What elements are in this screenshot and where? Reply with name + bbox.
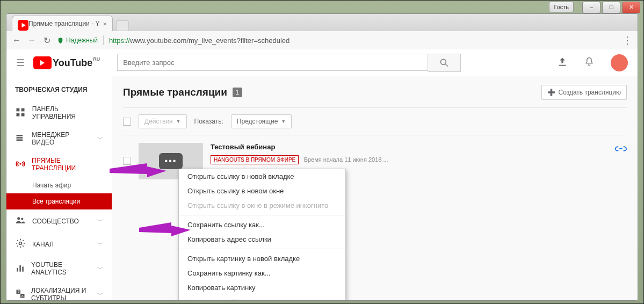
reload-icon[interactable]: ↻ <box>42 35 52 46</box>
browser-menu-icon[interactable]: ⋮ <box>623 34 632 46</box>
tab-close-icon[interactable]: × <box>103 20 107 28</box>
svg-point-13 <box>21 218 23 220</box>
search-button[interactable] <box>428 54 461 72</box>
svg-rect-8 <box>17 135 23 136</box>
sidebar-item-dashboard[interactable]: ПАНЕЛЬ УПРАВЛЕНИЯ <box>6 100 112 126</box>
sidebar-item-channel[interactable]: КАНАЛ ﹀ <box>6 233 112 256</box>
sidebar-item-label: СООБЩЕСТВО <box>32 218 79 225</box>
logo-region: RU <box>93 56 100 62</box>
chevron-down-icon: ﹀ <box>97 240 103 248</box>
svg-rect-4 <box>17 108 20 111</box>
caret-down-icon: ▼ <box>281 119 286 124</box>
svg-text:A: A <box>21 294 24 297</box>
svg-rect-7 <box>21 113 25 116</box>
bell-icon[interactable] <box>584 56 595 70</box>
close-button[interactable]: ✕ <box>622 2 640 13</box>
select-all-checkbox[interactable] <box>123 118 131 126</box>
logo-text: YouTube <box>53 57 92 69</box>
ctx-copy-link-address[interactable]: Копировать адрес ссылки <box>179 232 345 247</box>
upload-icon[interactable] <box>557 56 568 70</box>
link-icon[interactable] <box>615 143 627 157</box>
actions-label: Действия <box>144 118 173 125</box>
browser-window: Прямые трансляции - Y × ← → ↻ Надежный h… <box>6 13 638 301</box>
ctx-open-image-new-tab[interactable]: Открыть картинку в новой вкладке <box>179 251 345 266</box>
broadcast-info: Тестовый вебинар HANGOUTS В ПРЯМОМ ЭФИРЕ… <box>211 143 388 164</box>
main-header: Прямые трансляции 1 ➕ Создать трансляцию <box>123 85 627 100</box>
show-dropdown[interactable]: Предстоящие ▼ <box>231 114 292 128</box>
broadcast-title[interactable]: Тестовый вебинар <box>211 143 388 151</box>
browser-tab[interactable]: Прямые трансляции - Y × <box>12 16 113 31</box>
svg-rect-16 <box>19 265 21 272</box>
sidebar-sub-start[interactable]: Начать эфир <box>6 177 112 193</box>
separator <box>179 215 345 215</box>
ctx-open-incognito: Открыть ссылку в окне в режиме инкогнито <box>179 198 345 213</box>
video-manager-icon <box>15 133 26 145</box>
context-menu: Открыть ссылку в новой вкладке Открыть с… <box>178 169 346 300</box>
ctx-open-new-tab[interactable]: Открыть ссылку в новой вкладке <box>179 169 345 184</box>
svg-text:文: 文 <box>17 289 20 293</box>
svg-point-11 <box>19 163 21 164</box>
sidebar-item-label: YOUTUBE ANALYTICS <box>31 261 92 276</box>
sidebar: ТВОРЧЕСКАЯ СТУДИЯ ПАНЕЛЬ УПРАВЛЕНИЯ МЕНЕ… <box>6 76 112 300</box>
maximize-button[interactable]: □ <box>602 2 620 13</box>
url-input[interactable]: https://www.youtube.com/my_live_events?f… <box>109 37 617 45</box>
search-box <box>117 54 461 72</box>
search-input[interactable] <box>117 54 428 71</box>
ctx-copy-image[interactable]: Копировать картинку <box>179 280 345 295</box>
ctx-copy-image-url[interactable]: Копировать URL картинки <box>179 295 345 300</box>
sidebar-item-label: КАНАЛ <box>32 241 54 248</box>
start-time: Время начала 11 июня 2018 ... <box>304 156 388 163</box>
secure-label: Надежный <box>66 37 98 44</box>
filter-row: Действия ▼ Показать: Предстоящие ▼ <box>123 107 627 135</box>
youtube-header: ☰ YouTube RU <box>6 49 638 76</box>
sidebar-item-label: ПАНЕЛЬ УПРАВЛЕНИЯ <box>32 105 103 120</box>
back-icon[interactable]: ← <box>12 35 21 45</box>
minimize-button[interactable]: – <box>582 2 600 13</box>
sidebar-item-videos[interactable]: МЕНЕДЖЕР ВИДЕО ﹀ <box>6 126 112 151</box>
chevron-down-icon: ﹀ <box>97 217 103 225</box>
show-value: Предстоящие <box>237 118 278 125</box>
window-controls: – □ ✕ <box>582 2 640 13</box>
url-path: www.youtube.com/my_live_events?filter=sc… <box>130 37 290 45</box>
svg-marker-21 <box>139 222 191 236</box>
sidebar-sub-all[interactable]: Все трансляции <box>6 193 112 209</box>
youtube-favicon <box>18 20 25 27</box>
dashboard-icon <box>15 107 27 119</box>
search-icon <box>439 57 450 68</box>
ctx-open-new-window[interactable]: Открыть ссылку в новом окне <box>179 184 345 198</box>
ctx-save-image[interactable]: Сохранить картинку как... <box>179 266 345 280</box>
new-tab-button[interactable] <box>116 20 129 31</box>
secure-indicator[interactable]: Надежный <box>57 37 98 44</box>
guest-badge[interactable]: Гость <box>549 2 574 12</box>
sidebar-item-localize[interactable]: 文A ЛОКАЛИЗАЦИЯ И СУБТИТРЫ ﹀ <box>6 281 112 300</box>
address-bar: ← → ↻ Надежный https://www.youtube.com/m… <box>6 31 638 50</box>
sidebar-item-label: ЛОКАЛИЗАЦИЯ И СУБТИТРЫ <box>31 287 92 300</box>
avatar[interactable] <box>611 54 628 71</box>
ctx-save-link[interactable]: Сохранить ссылку как... <box>179 218 345 232</box>
sidebar-item-live[interactable]: ПРЯМЫЕ ТРАНСЛЯЦИИ <box>6 151 112 177</box>
create-label: Создать трансляцию <box>559 89 621 96</box>
svg-marker-20 <box>110 163 167 177</box>
community-icon <box>15 215 27 227</box>
svg-rect-15 <box>17 268 18 272</box>
actions-dropdown[interactable]: Действия ▼ <box>139 114 187 128</box>
live-icon <box>15 158 26 171</box>
url-scheme: https:// <box>109 37 130 45</box>
forward-icon[interactable]: → <box>27 35 37 45</box>
chevron-down-icon: ﹀ <box>97 291 103 299</box>
svg-point-12 <box>17 217 20 220</box>
annotation-arrow-icon <box>139 221 193 243</box>
svg-line-3 <box>446 64 448 67</box>
sidebar-item-analytics[interactable]: YOUTUBE ANALYTICS ﹀ <box>6 256 112 281</box>
menu-icon[interactable]: ☰ <box>16 57 25 69</box>
tab-title: Прямые трансляции - Y <box>28 20 99 27</box>
sidebar-item-community[interactable]: СООБЩЕСТВО ﹀ <box>6 209 112 233</box>
sidebar-item-label: ПРЯМЫЕ ТРАНСЛЯЦИИ <box>32 157 103 172</box>
create-broadcast-button[interactable]: ➕ Создать трансляцию <box>541 85 627 100</box>
count-badge: 1 <box>233 88 242 97</box>
youtube-logo[interactable]: YouTube RU <box>33 56 92 69</box>
hangouts-tag[interactable]: HANGOUTS В ПРЯМОМ ЭФИРЕ <box>211 155 299 164</box>
header-actions <box>557 54 628 71</box>
gear-icon <box>15 238 27 250</box>
play-icon <box>33 56 52 69</box>
